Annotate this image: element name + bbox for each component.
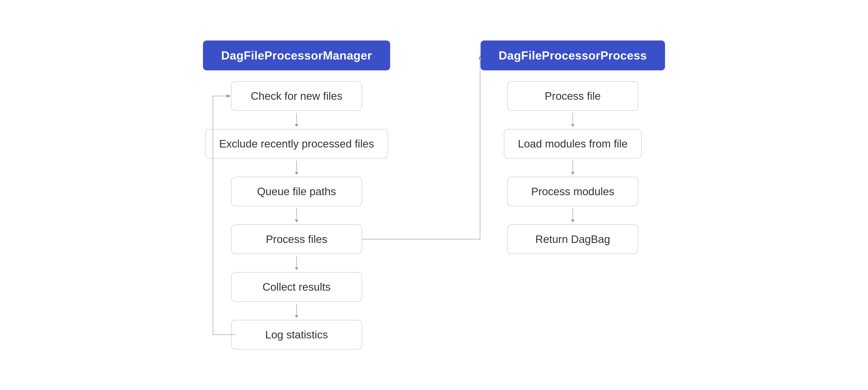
left-flow-steps: Check for new files Exclude recently pro… [205,81,388,350]
step-process-modules: Process modules [507,177,638,206]
step-row-5: Collect results [231,272,362,320]
arrow-4 [295,254,298,272]
step-exclude-recent: Exclude recently processed files [205,129,388,158]
step-log-statistics: Log statistics [231,320,362,350]
step-process-file: Process file [507,81,638,111]
right-header-label: DagFileProcessorProcess [499,49,647,62]
right-flow-steps: Process file Load modules from file [504,81,642,254]
step-row-2: Exclude recently processed files [205,129,388,177]
arrow-5 [295,302,298,320]
right-step-row-2: Load modules from file [504,129,642,177]
step-collect-results: Collect results [231,272,362,302]
left-header-label: DagFileProcessorManager [221,49,372,62]
right-step-row-1: Process file [507,81,638,129]
step-queue-paths: Queue file paths [231,177,362,206]
left-header-box: DagFileProcessorManager [203,40,390,70]
left-flow-column: DagFileProcessorManager Check for new fi… [203,40,390,350]
diagram-container: DagFileProcessorManager Check for new fi… [176,22,692,368]
step-return-dagbag: Return DagBag [507,224,638,254]
step-row-3: Queue file paths [231,177,362,224]
step-row-1: Check for new files [231,81,362,129]
step-check-new-files: Check for new files [231,81,362,111]
right-arrow-2 [571,158,575,177]
right-arrow-1 [571,111,575,129]
right-step-row-3: Process modules [507,177,638,224]
step-row-6: Log statistics [231,320,362,350]
right-header-box: DagFileProcessorProcess [480,40,665,70]
arrow-3 [295,206,298,224]
right-arrow-3 [571,206,575,224]
arrow-1 [295,111,298,129]
step-process-files: Process files [231,224,362,254]
step-row-4: Process files [231,224,362,272]
right-step-row-4: Return DagBag [507,224,638,254]
arrow-2 [295,158,298,177]
right-flow-column: DagFileProcessorProcess Process file Loa… [480,40,665,254]
step-load-modules: Load modules from file [504,129,642,158]
